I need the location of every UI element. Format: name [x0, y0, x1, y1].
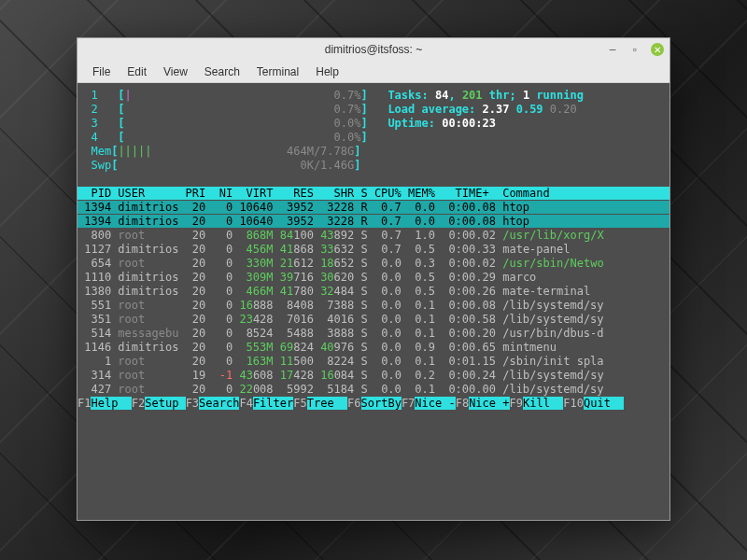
menu-edit[interactable]: Edit	[120, 63, 154, 80]
terminal-content[interactable]: 1 [| 0.7%] Tasks: 84, 201 thr; 1 running…	[78, 83, 669, 520]
minimize-icon[interactable]: –	[606, 43, 619, 56]
menu-help[interactable]: Help	[308, 63, 346, 80]
menu-terminal[interactable]: Terminal	[249, 63, 306, 80]
terminal-window: dimitrios@itsfoss: ~ – ▫ ✕ File Edit Vie…	[77, 37, 670, 521]
menu-file[interactable]: File	[85, 63, 118, 80]
close-icon[interactable]: ✕	[651, 43, 664, 56]
window-title: dimitrios@itsfoss: ~	[325, 43, 423, 56]
menu-search[interactable]: Search	[197, 63, 247, 80]
maximize-icon[interactable]: ▫	[628, 43, 641, 56]
titlebar[interactable]: dimitrios@itsfoss: ~ – ▫ ✕	[78, 38, 669, 61]
menu-view[interactable]: View	[156, 63, 195, 80]
menubar: File Edit View Search Terminal Help	[78, 61, 669, 83]
